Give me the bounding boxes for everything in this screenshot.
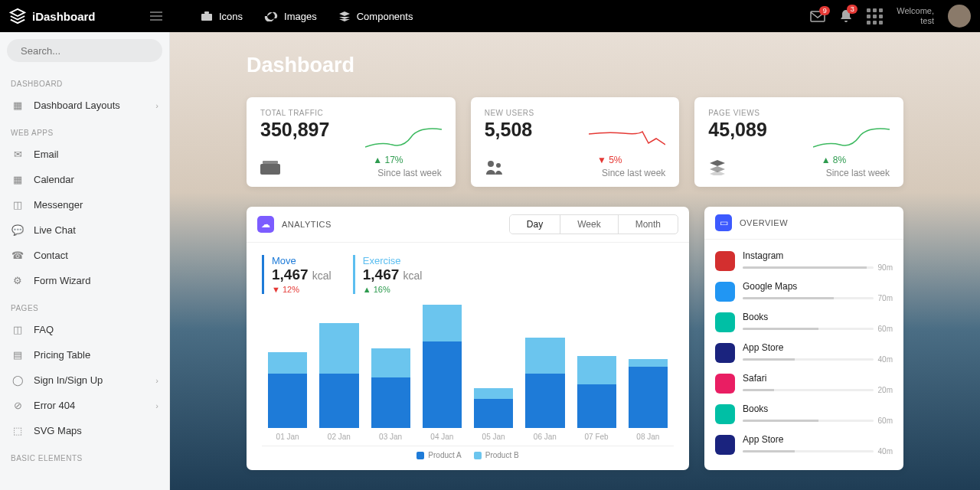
search-input[interactable] — [21, 45, 149, 57]
metric: Exercise 1,467 kcal ▲ 16% — [353, 255, 423, 294]
section-basic: BASIC ELEMENTS — [0, 443, 169, 467]
stat-label: TOTAL TRAFFIC — [260, 109, 442, 117]
welcome-text: Welcome,test — [897, 6, 934, 26]
app-icon — [715, 282, 735, 302]
topbar: iDashboard Icons Images Components 9 3 — [0, 0, 980, 32]
svg-rect-0 — [201, 14, 212, 21]
overview-item[interactable]: Google Maps 70m — [715, 276, 893, 307]
sidebar-item-pricing[interactable]: ▤Pricing Table — [0, 342, 169, 368]
logo[interactable]: iDashboard — [9, 8, 162, 24]
analytics-chart: 01 Jan 02 Jan 03 Jan 04 Jan 05 Jan 06 Ja… — [262, 305, 674, 446]
sidebar-item-email[interactable]: ✉Email — [0, 142, 169, 167]
contact-icon: ☎ — [11, 250, 24, 261]
map-icon: ⬚ — [11, 425, 24, 436]
chevron-right-icon: › — [155, 376, 158, 385]
stat-label: PAGE VIEWS — [708, 109, 890, 117]
main: Dashboard TOTAL TRAFFIC 350,897 ▲ 17%Sin… — [170, 32, 980, 490]
stat-change: ▲ 17% — [373, 155, 441, 165]
overview-panel: ▭ OVERVIEW Instagram 90m Google Maps 70m… — [704, 207, 903, 470]
sidebar-item-svgmaps[interactable]: ⬚SVG Maps — [0, 418, 169, 443]
search-box[interactable] — [7, 39, 162, 62]
overview-item[interactable]: App Store 40m — [715, 338, 893, 368]
stat-card: TOTAL TRAFFIC 350,897 ▲ 17%Since last we… — [247, 97, 456, 187]
stat-since: Since last week — [826, 168, 890, 178]
mail-badge: 9 — [819, 6, 830, 15]
chart-bar[interactable]: 07 Feb — [577, 356, 616, 446]
stat-change: ▼ 5% — [597, 155, 665, 165]
stat-icon — [708, 158, 727, 175]
layouts-icon: ▦ — [11, 100, 24, 111]
app-icon — [715, 374, 735, 394]
stat-since: Since last week — [377, 168, 441, 178]
tab-day[interactable]: Day — [510, 215, 560, 234]
legend-item: Product A — [416, 451, 461, 459]
sidebar-item-formwizard[interactable]: ⚙Form Wizard — [0, 268, 169, 293]
svg-rect-6 — [263, 161, 278, 164]
logo-icon — [9, 8, 26, 24]
sidebar-item-error[interactable]: ⊘Error 404› — [0, 393, 169, 418]
overview-title: OVERVIEW — [740, 218, 788, 227]
email-icon: ✉ — [11, 149, 24, 160]
tab-week[interactable]: Week — [560, 215, 617, 234]
overview-list: Instagram 90m Google Maps 70m Books 60m … — [704, 240, 903, 466]
analytics-panel: ☁ ANALYTICS DayWeekMonth Move 1,467 kcal… — [247, 207, 689, 470]
svg-rect-1 — [204, 11, 209, 14]
nav-components[interactable]: Components — [338, 11, 413, 22]
brand-name: iDashboard — [32, 10, 96, 23]
sidebar: DASHBOARD ▦Dashboard Layouts› WEB APPS ✉… — [0, 32, 170, 490]
period-tabs: DayWeekMonth — [509, 214, 678, 234]
section-pages: PAGES — [0, 293, 169, 317]
chart-bar[interactable]: 03 Jan — [371, 348, 410, 446]
menu-toggle-icon[interactable] — [150, 11, 162, 21]
stat-icon — [485, 159, 505, 175]
avatar[interactable] — [948, 5, 971, 28]
topbar-right: 9 3 Welcome,test — [810, 5, 971, 28]
chart-bar[interactable]: 08 Jan — [629, 359, 668, 446]
sidebar-item-layouts[interactable]: ▦Dashboard Layouts› — [0, 93, 169, 118]
gear-icon: ⚙ — [11, 275, 24, 286]
sparkline — [813, 128, 890, 151]
mail-button[interactable]: 9 — [810, 11, 825, 22]
metrics: Move 1,467 kcal ▼ 12% Exercise 1,467 kca… — [262, 255, 674, 294]
stat-icon — [260, 159, 280, 175]
nav-icons[interactable]: Icons — [201, 11, 243, 22]
app-icon — [715, 312, 735, 332]
stat-card: NEW USERS 5,508 ▼ 5%Since last week — [471, 97, 680, 187]
apps-button[interactable] — [867, 8, 883, 24]
chart-bar[interactable]: 04 Jan — [423, 305, 462, 446]
chart-bar[interactable]: 01 Jan — [268, 352, 307, 446]
chart-bar[interactable]: 05 Jan — [474, 388, 513, 446]
notifications-button[interactable]: 3 — [839, 9, 853, 24]
overview-item[interactable]: Safari 20m — [715, 368, 893, 399]
section-webapps: WEB APPS — [0, 118, 169, 142]
section-dashboard: DASHBOARD — [0, 69, 169, 93]
error-icon: ⊘ — [11, 400, 24, 411]
analytics-icon: ☁ — [257, 216, 274, 233]
chevron-right-icon: › — [155, 101, 158, 110]
overview-icon: ▭ — [715, 214, 732, 231]
stats-row: TOTAL TRAFFIC 350,897 ▲ 17%Since last we… — [247, 97, 903, 187]
sparkline — [589, 128, 665, 151]
overview-item[interactable]: Books 60m — [715, 399, 893, 430]
overview-item[interactable]: Books 60m — [715, 307, 893, 338]
svg-rect-5 — [260, 164, 280, 175]
sidebar-item-calendar[interactable]: ▦Calendar — [0, 167, 169, 192]
app-icon — [715, 251, 735, 271]
sidebar-item-livechat[interactable]: 💬Live Chat — [0, 217, 169, 243]
chart-bar[interactable]: 06 Jan — [525, 338, 564, 446]
overview-item[interactable]: App Store 40m — [715, 430, 893, 460]
stat-since: Since last week — [602, 168, 665, 178]
sidebar-item-sign[interactable]: ◯Sign In/Sign Up› — [0, 368, 169, 393]
sidebar-item-faq[interactable]: ◫FAQ — [0, 317, 169, 342]
sidebar-item-messenger[interactable]: ◫Messenger — [0, 192, 169, 217]
calendar-icon: ▦ — [11, 174, 24, 185]
nav-images[interactable]: Images — [264, 11, 317, 22]
tab-month[interactable]: Month — [618, 215, 678, 234]
app-icon — [715, 435, 735, 455]
analytics-title: ANALYTICS — [282, 220, 332, 229]
overview-item[interactable]: Instagram 90m — [715, 246, 893, 276]
stat-change: ▲ 8% — [822, 155, 890, 165]
topbar-nav: Icons Images Components — [201, 11, 413, 22]
sidebar-item-contact[interactable]: ☎Contact — [0, 243, 169, 268]
chart-bar[interactable]: 02 Jan — [319, 323, 358, 446]
